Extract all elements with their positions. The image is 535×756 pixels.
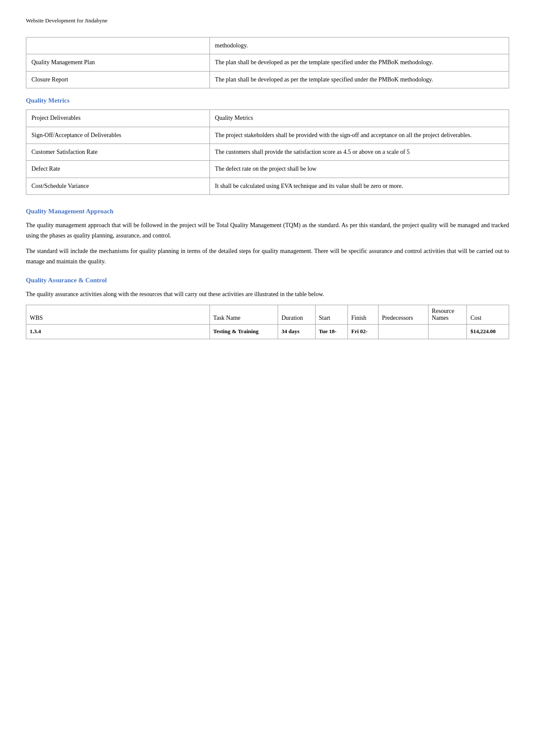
table-row: Quality Management PlanThe plan shall be… [26,54,509,71]
wbs-cell [428,325,467,339]
metric-desc: The defect rate on the project shall be … [210,161,509,178]
deliverable-desc: The plan shall be developed as per the t… [210,54,509,71]
metric-desc: The customers shall provide the satisfac… [210,144,509,160]
quality-metrics-table: Project Deliverables Quality Metrics Sig… [26,109,509,195]
deliverable-desc: The plan shall be developed as per the t… [210,71,509,88]
wbs-col-duration: Duration [278,305,315,325]
wbs-col-predecessors: Predecessors [378,305,428,325]
wbs-cell: Tue 18- [315,325,347,339]
table-row: Cost/Schedule VarianceIt shall be calcul… [26,178,509,194]
wbs-table: WBS Task Name Duration Start Finish Pred… [26,305,509,339]
deliverable-name: Quality Management Plan [26,54,210,71]
quality-metrics-heading: Quality Metrics [26,97,509,104]
wbs-cell [378,325,428,339]
metric-name: Sign-Off/Acceptance of Deliverables [26,127,210,144]
site-header: Website Development for Jindabyne [26,17,509,24]
table-row: methodology. [26,37,509,54]
metric-desc: The project stakeholders shall be provid… [210,127,509,144]
metric-name: Cost/Schedule Variance [26,178,210,194]
wbs-col-wbs: WBS [26,305,210,325]
wbs-row: 1.3.4Testing & Training34 daysTue 18-Fri… [26,325,509,339]
metric-desc: It shall be calculated using EVA techniq… [210,178,509,194]
deliverable-name: Closure Report [26,71,210,88]
wbs-cell: 1.3.4 [26,325,210,339]
table-row: Customer Satisfaction RateThe customers … [26,144,509,160]
deliverable-desc: methodology. [210,37,509,54]
metric-name: Customer Satisfaction Rate [26,144,210,160]
table-row: Sign-Off/Acceptance of DeliverablesThe p… [26,127,509,144]
wbs-cell: 34 days [278,325,315,339]
wbs-col-resource: ResourceNames [428,305,467,325]
wbs-col-cost: Cost [467,305,509,325]
col1-header: Project Deliverables [26,110,210,127]
wbs-col-task: Task Name [210,305,278,325]
col2-header: Quality Metrics [210,110,509,127]
table-row: Defect RateThe defect rate on the projec… [26,161,509,178]
wbs-cell: $14,224.00 [467,325,509,339]
metric-name: Defect Rate [26,161,210,178]
quality-assurance-para: The quality assurance activities along w… [26,289,509,300]
wbs-col-start: Start [315,305,347,325]
wbs-cell: Testing & Training [210,325,278,339]
wbs-header-row: WBS Task Name Duration Start Finish Pred… [26,305,509,325]
wbs-cell: Fri 02- [347,325,378,339]
quality-approach-para2: The standard will include the mechanisms… [26,246,509,267]
quality-approach-para1: The quality management approach that wil… [26,220,509,241]
wbs-col-finish: Finish [347,305,378,325]
deliverable-name [26,37,210,54]
table-row: Closure ReportThe plan shall be develope… [26,71,509,88]
top-table: methodology.Quality Management PlanThe p… [26,37,509,88]
quality-assurance-heading: Quality Assurance & Control [26,277,509,284]
quality-approach-heading: Quality Management Approach [26,208,509,215]
